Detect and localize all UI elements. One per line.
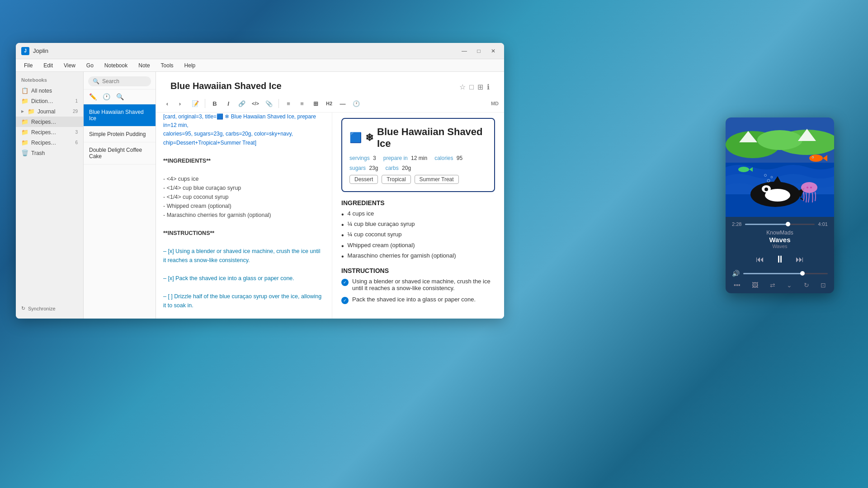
sidebar: Notebooks 📋 All notes 📁 Diction… 1 📁 Jou… [16,72,84,319]
menu-tools[interactable]: Tools [156,61,178,70]
new-note-button[interactable]: ✏️ [87,91,98,102]
source-ingredient-1: - <4> cups ice [163,174,325,183]
source-ingredient-5: - Maraschino cherries for garnish (optio… [163,211,325,220]
dictionary-badge: 1 [75,99,78,103]
progress-track[interactable] [745,224,814,225]
close-button[interactable]: ✕ [488,47,499,55]
trash-icon: 🗑️ [21,150,28,156]
sidebar-item-dictionary-label: Diction… [31,98,53,104]
toolbar-separator-1 [205,99,205,108]
tag-summer-treat: Summer Treat [415,175,459,184]
note-list: 🔍 ✏️ 🕐 🔍 Blue Hawaiian Shaved Ice Simple… [84,72,156,319]
cast-button[interactable]: ⊡ [821,282,826,289]
svg-point-11 [764,188,768,191]
search-icon: 🔍 [93,78,99,84]
menu-edit[interactable]: Edit [39,61,57,70]
list-ul-button[interactable]: ≡ [283,98,294,109]
menu-view[interactable]: View [59,61,80,70]
prepare-label: prepare in [383,155,408,161]
note-item-coffee-cake[interactable]: Double Delight Coffee Cake [84,142,156,164]
menu-go[interactable]: Go [82,61,98,70]
note-title: Blue Hawaiian Shaved Ice [163,75,289,95]
menu-help[interactable]: Help [180,61,200,70]
repeat-button[interactable]: ↻ [804,282,809,289]
preview-ingredient-2: ¼ cup blue curaçao syrup [341,221,495,229]
journal-icon: 📁 [28,108,35,115]
pic-button[interactable]: 🖼 [752,282,758,289]
preview-ingredient-1: 4 cups ice [341,210,495,219]
note-properties-button[interactable]: 📝 [189,98,201,109]
editor-source[interactable]: [card, original=3, title=🟦 ❄ Blue Hawaii… [156,113,332,319]
bookmark-icon[interactable]: ☆ [459,83,466,91]
menu-note[interactable]: Note [134,61,154,70]
sidebar-item-trash-label: Trash [31,150,45,156]
maximize-button[interactable]: □ [473,47,484,55]
note-item-protein-pudding[interactable]: Simple Protein Pudding [84,127,156,142]
sync-button[interactable]: ↻ Synchronize [16,302,83,315]
tag-tropical: Tropical [382,175,410,184]
sync-icon: ↻ [21,305,25,311]
svg-point-17 [809,155,823,162]
sugars-label: sugars [349,165,366,171]
insert-button[interactable]: ⊞ [310,98,321,109]
link-button[interactable]: 🔗 [236,98,248,109]
bold-button[interactable]: B [209,98,221,109]
source-instruction-3: – [ ] Drizzle half of the blue curaçao s… [163,292,325,310]
editor-area: Blue Hawaiian Shaved Ice ☆ □ ⊞ ℹ ‹ › 📝 B… [156,72,504,319]
sidebar-item-journal[interactable]: 📁 Journal 29 [16,106,83,117]
prev-button[interactable]: ⏮ [756,255,764,264]
journal-badge: 29 [73,109,78,114]
next-button[interactable]: ⏭ [796,255,804,264]
shuffle-button[interactable]: ⇄ [770,282,775,289]
info-icon[interactable]: ℹ [487,83,490,91]
source-ingredients-heading: **INGREDIENTS** [163,156,325,165]
servings-label: servings [349,155,370,161]
sidebar-item-journal-label: Journal [38,108,55,115]
minimize-button[interactable]: — [459,47,470,55]
nav-back-button[interactable]: ‹ [161,98,173,109]
sidebar-item-recipes-1[interactable]: 📁 Recipes… [16,117,83,127]
more-button[interactable]: ••• [734,282,741,289]
datetime-button[interactable]: 🕐 [350,98,362,109]
collapse-button[interactable]: ⌄ [787,282,792,289]
sidebar-item-dictionary[interactable]: 📁 Diction… 1 [16,96,83,106]
menu-file[interactable]: File [19,61,37,70]
search-box[interactable]: 🔍 [88,76,151,86]
svg-point-3 [757,130,802,150]
app-window: J Joplin — □ ✕ File Edit View Go Noteboo… [16,43,504,319]
volume-fill [743,273,802,274]
code-button[interactable]: </> [250,98,261,109]
svg-point-14 [801,182,817,193]
menu-notebook[interactable]: Notebook [100,61,132,70]
instructions-section-title: INSTRUCTIONS [341,267,495,274]
svg-point-21 [738,167,749,172]
sidebar-item-all-notes[interactable]: 📋 All notes [16,85,83,96]
music-title-area: KnowMads Waves Waves [732,230,828,249]
sidebar-item-trash[interactable]: 🗑️ Trash [16,148,83,158]
layout-icon[interactable]: □ [469,83,474,91]
split-icon[interactable]: ⊞ [477,83,483,91]
attach-button[interactable]: 📎 [263,98,275,109]
list-ol-button[interactable]: ≡ [296,98,308,109]
note-history-button[interactable]: 🕐 [101,91,112,102]
music-extra-controls: ••• 🖼 ⇄ ⌄ ↻ ⊡ [732,282,828,289]
note-search-button[interactable]: 🔍 [114,91,125,102]
servings-value: 3 [373,155,376,161]
italic-button[interactable]: I [222,98,234,109]
note-list-toolbar: ✏️ 🕐 🔍 [84,89,156,104]
app-title: Joplin [33,47,459,54]
recipes-3-badge: 6 [75,140,78,145]
hr-button[interactable]: — [337,98,349,109]
sync-label: Synchronize [28,306,56,311]
pause-button[interactable]: ⏸ [775,253,785,265]
menu-bar: File Edit View Go Notebook Note Tools He… [16,59,504,72]
search-input[interactable] [102,78,146,84]
nav-forward-button[interactable]: › [174,98,186,109]
sidebar-item-recipes-2[interactable]: 📁 Recipes… 3 [16,127,83,137]
volume-track[interactable] [743,273,828,274]
recipe-title-text: Blue Hawaiian Shaved Ice [377,126,487,150]
note-title-coffee-cake: Double Delight Coffee Cake [89,147,142,160]
h2-button[interactable]: H2 [323,98,335,109]
note-item-blue-hawaiian[interactable]: Blue Hawaiian Shaved Ice [84,104,156,127]
sidebar-item-recipes-3[interactable]: 📁 Recipes… 6 [16,137,83,148]
